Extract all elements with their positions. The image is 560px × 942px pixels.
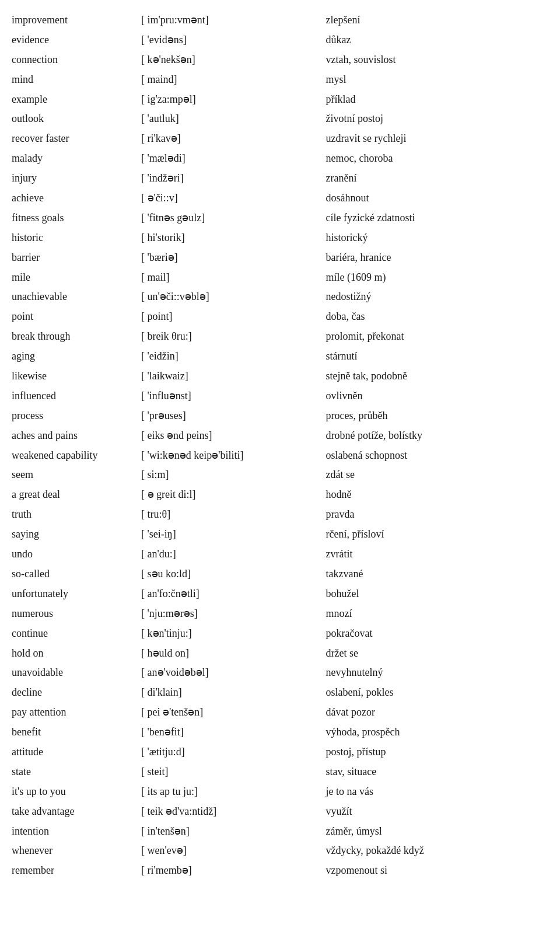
word-cell: pay attention xyxy=(12,703,141,723)
phonetic-cell: [ ig'za:mpəl] xyxy=(141,90,326,110)
translation-cell: zlepšení xyxy=(326,11,548,30)
phonetic-cell: [ 'fitnəs gəulz] xyxy=(141,208,326,228)
translation-cell: bariéra, hranice xyxy=(326,248,548,268)
translation-cell: důkaz xyxy=(326,30,548,50)
word-cell: injury xyxy=(12,169,141,189)
phonetic-cell: [ teik əd'va:ntidž] xyxy=(141,802,326,822)
translation-cell: příklad xyxy=(326,90,548,110)
phonetic-cell: [ an'fo:čnətli] xyxy=(141,584,326,604)
phonetic-cell: [ həuld on] xyxy=(141,644,326,664)
translation-cell: nedostižný xyxy=(326,287,548,307)
translation-cell: vztah, souvislost xyxy=(326,50,548,70)
word-cell: unfortunately xyxy=(12,584,141,604)
table-row: likewise[ 'laikwaiz]stejně tak, podobně xyxy=(12,367,548,386)
table-row: weakened capability[ 'wi:kənəd keipə'bil… xyxy=(12,446,548,466)
word-cell: intention xyxy=(12,822,141,842)
phonetic-cell: [ 'autluk] xyxy=(141,109,326,129)
translation-cell: pravda xyxy=(326,505,548,525)
word-cell: barrier xyxy=(12,248,141,268)
translation-cell: dosáhnout xyxy=(326,189,548,208)
word-cell: outlook xyxy=(12,109,141,129)
table-row: continue[ kən'tinju:]pokračovat xyxy=(12,624,548,644)
word-cell: state xyxy=(12,762,141,782)
phonetic-cell: [ ri'membə] xyxy=(141,861,326,881)
translation-cell: cíle fyzické zdatnosti xyxy=(326,208,548,228)
phonetic-cell: [ mail] xyxy=(141,268,326,288)
translation-cell: proces, průběh xyxy=(326,406,548,426)
phonetic-cell: [ in'tenšən] xyxy=(141,822,326,842)
table-row: pay attention[ pei ə'tenšən]dávat pozor xyxy=(12,703,548,723)
table-row: process[ 'prəuses]proces, průběh xyxy=(12,406,548,426)
phonetic-cell: [ an'du:] xyxy=(141,545,326,564)
table-row: malady[ 'mælədi]nemoc, choroba xyxy=(12,149,548,169)
translation-cell: postoj, přístup xyxy=(326,742,548,762)
table-row: truth[ tru:θ]pravda xyxy=(12,505,548,525)
phonetic-cell: [ pei ə'tenšən] xyxy=(141,703,326,723)
table-row: saying[ 'sei-iŋ]rčení, přísloví xyxy=(12,525,548,545)
phonetic-cell: [ un'əči::vəblə] xyxy=(141,287,326,307)
translation-cell: míle (1609 m) xyxy=(326,268,548,288)
translation-cell: historický xyxy=(326,228,548,248)
table-row: attitude[ 'ætitju:d]postoj, přístup xyxy=(12,742,548,762)
word-cell: connection xyxy=(12,50,141,70)
table-row: so-called[ səu ko:ld]takzvané xyxy=(12,564,548,584)
table-row: state[ steit]stav, situace xyxy=(12,762,548,782)
translation-cell: rčení, přísloví xyxy=(326,525,548,545)
phonetic-cell: [ kən'tinju:] xyxy=(141,624,326,644)
word-cell: break through xyxy=(12,327,141,347)
word-cell: fitness goals xyxy=(12,208,141,228)
translation-cell: ovlivněn xyxy=(326,386,548,406)
table-row: break through[ breik θru:]prolomit, přek… xyxy=(12,327,548,347)
word-cell: saying xyxy=(12,525,141,545)
translation-cell: doba, čas xyxy=(326,307,548,327)
phonetic-cell: [ 'wi:kənəd keipə'biliti] xyxy=(141,446,326,466)
word-cell: unavoidable xyxy=(12,663,141,683)
phonetic-cell: [ anə'voidəbəl] xyxy=(141,663,326,683)
translation-cell: držet se xyxy=(326,644,548,664)
table-row: whenever[ wen'evə]vždycky, pokaždé když xyxy=(12,841,548,861)
translation-cell: stejně tak, podobně xyxy=(326,367,548,386)
word-cell: a great deal xyxy=(12,485,141,505)
translation-cell: pokračovat xyxy=(326,624,548,644)
translation-cell: mnozí xyxy=(326,604,548,624)
phonetic-cell: [ ə'či::v] xyxy=(141,189,326,208)
phonetic-cell: [ steit] xyxy=(141,762,326,782)
word-cell: improvement xyxy=(12,11,141,30)
translation-cell: stav, situace xyxy=(326,762,548,782)
translation-cell: nevyhnutelný xyxy=(326,663,548,683)
table-row: a great deal[ ə greit di:l]hodně xyxy=(12,485,548,505)
translation-cell: zranění xyxy=(326,169,548,189)
translation-cell: využít xyxy=(326,802,548,822)
word-cell: so-called xyxy=(12,564,141,584)
table-row: improvement[ im'pru:vmənt]zlepšení xyxy=(12,11,548,30)
phonetic-cell: [ eiks ənd peins] xyxy=(141,426,326,446)
word-cell: weakened capability xyxy=(12,446,141,466)
translation-cell: vždycky, pokaždé když xyxy=(326,841,548,861)
word-cell: mind xyxy=(12,70,141,90)
word-cell: hold on xyxy=(12,644,141,664)
translation-cell: výhoda, prospěch xyxy=(326,723,548,742)
table-row: unfortunately[ an'fo:čnətli]bohužel xyxy=(12,584,548,604)
translation-cell: uzdravit se rychleji xyxy=(326,129,548,149)
word-cell: likewise xyxy=(12,367,141,386)
translation-cell: oslabení, pokles xyxy=(326,683,548,703)
table-row: unachievable[ un'əči::vəblə]nedostižný xyxy=(12,287,548,307)
phonetic-cell: [ 'bæriə] xyxy=(141,248,326,268)
word-cell: attitude xyxy=(12,742,141,762)
word-cell: recover faster xyxy=(12,129,141,149)
word-cell: decline xyxy=(12,683,141,703)
phonetic-cell: [ 'indžəri] xyxy=(141,169,326,189)
phonetic-cell: [ point] xyxy=(141,307,326,327)
phonetic-cell: [ kə'nekšən] xyxy=(141,50,326,70)
word-cell: numerous xyxy=(12,604,141,624)
table-row: seem[ si:m]zdát se xyxy=(12,465,548,485)
table-row: benefit[ 'benəfit]výhoda, prospěch xyxy=(12,723,548,742)
phonetic-cell: [ di'klain] xyxy=(141,683,326,703)
word-cell: remember xyxy=(12,861,141,881)
translation-cell: záměr, úmysl xyxy=(326,822,548,842)
table-row: injury[ 'indžəri]zranění xyxy=(12,169,548,189)
phonetic-cell: [ breik θru:] xyxy=(141,327,326,347)
table-row: intention[ in'tenšən]záměr, úmysl xyxy=(12,822,548,842)
phonetic-cell: [ 'nju:mərəs] xyxy=(141,604,326,624)
word-cell: malady xyxy=(12,149,141,169)
